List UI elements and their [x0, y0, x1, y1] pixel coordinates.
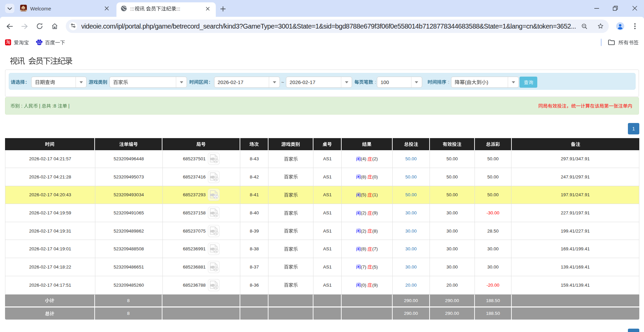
svg-text:du: du [38, 42, 41, 45]
